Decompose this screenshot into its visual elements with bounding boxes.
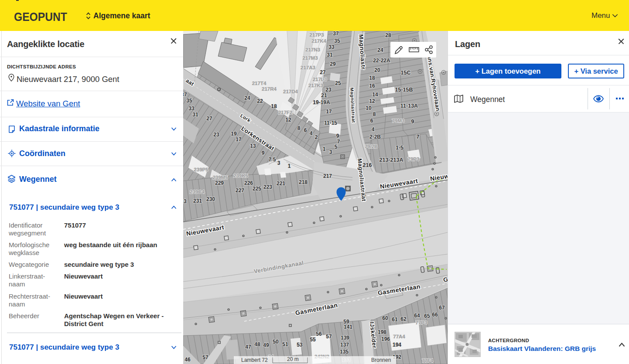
- svg-text:16: 16: [369, 83, 375, 89]
- svg-text:217M3: 217M3: [302, 55, 318, 61]
- svg-text:61: 61: [392, 316, 398, 323]
- svg-text:37: 37: [333, 31, 339, 37]
- svg-text:5: 5: [335, 144, 338, 150]
- svg-text:217: 217: [323, 173, 332, 179]
- svg-text:216: 216: [363, 162, 372, 168]
- svg-text:10: 10: [366, 105, 372, 111]
- svg-text:60: 60: [382, 315, 388, 321]
- svg-text:9: 9: [336, 133, 339, 139]
- svg-text:79P3: 79P3: [408, 156, 420, 162]
- svg-text:4: 4: [372, 126, 375, 133]
- svg-text:15-15B: 15-15B: [395, 87, 413, 93]
- svg-text:12: 12: [369, 98, 375, 104]
- svg-text:62: 62: [400, 316, 407, 322]
- svg-text:135: 135: [340, 349, 349, 355]
- svg-text:14: 14: [372, 92, 378, 98]
- svg-text:20: 20: [374, 67, 380, 73]
- svg-text:77F4: 77F4: [422, 358, 434, 363]
- svg-text:9: 9: [262, 150, 265, 156]
- svg-text:2: 2: [315, 134, 318, 140]
- svg-text:35: 35: [186, 98, 192, 104]
- svg-text:24: 24: [377, 47, 383, 53]
- svg-text:79/2B: 79/2B: [365, 144, 378, 149]
- svg-text:46: 46: [185, 357, 191, 363]
- svg-text:1: 1: [288, 163, 291, 169]
- svg-text:217R4: 217R4: [262, 86, 277, 92]
- svg-text:217A3: 217A3: [301, 65, 315, 70]
- svg-text:50: 50: [273, 339, 279, 345]
- svg-text:56: 56: [316, 331, 322, 337]
- svg-text:1-5: 1-5: [396, 145, 403, 151]
- svg-text:217F2: 217F2: [278, 110, 293, 115]
- svg-text:218: 218: [299, 179, 308, 185]
- svg-text:13: 13: [250, 143, 256, 149]
- svg-text:29: 29: [330, 61, 336, 67]
- svg-text:194: 194: [393, 342, 401, 348]
- svg-text:18: 18: [271, 103, 277, 109]
- svg-text:221: 221: [277, 180, 285, 187]
- svg-text:217K4: 217K4: [311, 38, 326, 44]
- svg-text:12: 12: [285, 117, 291, 123]
- svg-text:217K3: 217K3: [308, 83, 323, 88]
- svg-text:223: 223: [263, 184, 272, 190]
- svg-text:19: 19: [231, 131, 237, 137]
- svg-text:227: 227: [236, 187, 244, 194]
- svg-text:6: 6: [304, 127, 307, 133]
- svg-text:23: 23: [213, 132, 219, 138]
- svg-text:33: 33: [328, 44, 335, 50]
- svg-text:3: 3: [329, 149, 332, 155]
- svg-text:79M3: 79M3: [392, 118, 405, 123]
- svg-text:20 m: 20 m: [287, 356, 299, 362]
- svg-text:28: 28: [385, 32, 391, 38]
- svg-text:11-15: 11-15: [324, 120, 337, 126]
- svg-text:Bronnen: Bronnen: [371, 357, 391, 363]
- svg-text:6: 6: [370, 118, 373, 124]
- svg-text:8: 8: [373, 111, 376, 117]
- svg-text:57: 57: [326, 333, 332, 340]
- svg-text:4: 4: [310, 130, 313, 136]
- svg-text:22-22A: 22-22A: [373, 58, 390, 64]
- svg-text:55: 55: [310, 337, 316, 343]
- svg-text:25: 25: [335, 80, 341, 86]
- svg-text:31: 31: [192, 112, 198, 118]
- svg-text:213-213A: 213-213A: [379, 157, 403, 163]
- svg-text:17: 17: [236, 136, 242, 143]
- svg-text:24: 24: [244, 95, 250, 101]
- svg-text:64: 64: [414, 313, 420, 319]
- svg-text:230: 230: [206, 196, 215, 202]
- svg-text:57: 57: [202, 354, 209, 361]
- svg-text:7: 7: [417, 134, 420, 140]
- svg-text:37: 37: [183, 92, 187, 98]
- svg-text:27: 27: [320, 69, 326, 75]
- svg-text:217T4: 217T4: [252, 81, 267, 86]
- svg-text:229: 229: [215, 180, 224, 186]
- svg-text:1: 1: [323, 146, 326, 152]
- svg-text:198: 198: [378, 329, 386, 335]
- svg-text:217D4: 217D4: [283, 89, 298, 94]
- svg-text:239P5: 239P5: [194, 167, 209, 172]
- svg-text:239K5: 239K5: [233, 173, 248, 178]
- svg-text:49: 49: [263, 342, 269, 348]
- svg-text:33: 33: [188, 105, 195, 112]
- svg-text:31: 31: [327, 52, 333, 58]
- svg-text:67: 67: [439, 305, 445, 311]
- svg-text:137: 137: [340, 342, 349, 348]
- svg-text:217P3: 217P3: [309, 32, 324, 37]
- svg-text:53: 53: [297, 342, 303, 348]
- svg-text:7: 7: [337, 139, 340, 145]
- svg-text:7: 7: [269, 156, 272, 163]
- svg-text:11-13A: 11-13A: [400, 103, 418, 109]
- svg-text:2-2B: 2-2B: [369, 134, 381, 140]
- svg-text:226: 226: [244, 180, 253, 186]
- svg-text:Lambert 72: Lambert 72: [241, 357, 268, 363]
- svg-text:8: 8: [297, 125, 301, 131]
- svg-text:22: 22: [257, 98, 263, 104]
- svg-text:15C: 15C: [401, 70, 411, 76]
- svg-text:3: 3: [277, 160, 280, 166]
- svg-text:47: 47: [245, 344, 251, 350]
- svg-text:217N3: 217N3: [305, 47, 320, 52]
- svg-text:141: 141: [344, 324, 352, 330]
- svg-text:27: 27: [206, 116, 212, 122]
- svg-text:217L3: 217L3: [313, 77, 327, 82]
- svg-text:51: 51: [282, 341, 288, 347]
